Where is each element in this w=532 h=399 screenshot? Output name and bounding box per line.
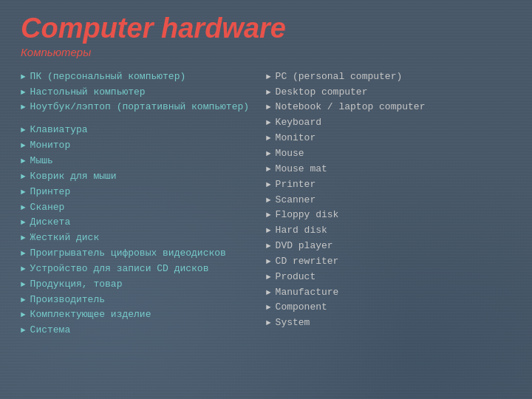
- list-item: ►Принтер: [21, 185, 259, 200]
- list-item: ►PC (personal computer): [266, 70, 504, 84]
- bullet-icon: ►: [266, 102, 271, 114]
- bullet-icon: ►: [266, 272, 271, 284]
- item-text: Desktop computer: [276, 86, 368, 100]
- bullet-icon: ►: [21, 156, 26, 168]
- item-text: Notebook / laptop computer: [276, 100, 426, 115]
- page-title: Computer hardware: [21, 13, 511, 44]
- bullet-icon: ►: [266, 195, 271, 207]
- list-item: ►Жесткий диск: [21, 231, 259, 245]
- list-item: ►Система: [21, 324, 259, 338]
- page-container: Computer hardware Компьютеры ►ПК (персон…: [0, 0, 532, 399]
- bullet-icon: ►: [21, 102, 26, 114]
- item-text: Клавиатура: [30, 123, 88, 137]
- bullet-icon: ►: [21, 125, 26, 137]
- bullet-icon: ►: [266, 180, 271, 191]
- item-text: Настольный компьютер: [30, 86, 146, 100]
- item-text: Проигрыватель цифровых видеодисков: [30, 247, 226, 261]
- bullet-icon: ►: [266, 241, 271, 253]
- bullet-icon: ►: [266, 225, 271, 237]
- bullet-icon: ►: [21, 87, 26, 99]
- list-item: ►Printer: [266, 178, 504, 192]
- item-text: Product: [276, 270, 316, 284]
- list-item: ►Коврик для мыши: [21, 170, 259, 184]
- item-text: Монитор: [30, 139, 71, 153]
- list-item: ►Component: [266, 301, 504, 315]
- bullet-icon: ►: [21, 140, 26, 152]
- bullet-icon: ►: [266, 256, 271, 268]
- list-item: ►Настольный компьютер: [21, 86, 259, 100]
- bullet-icon: ►: [21, 72, 26, 83]
- bullet-icon: ►: [21, 310, 26, 321]
- list-item: ►Мышь: [21, 154, 259, 168]
- item-text: Component: [276, 301, 327, 315]
- item-text: Scanner: [276, 194, 316, 208]
- list-item: ►Продукция, товар: [21, 278, 259, 292]
- list-item: ►Устройство для записи CD дисков: [21, 262, 259, 276]
- list-item: ►Floppy disk: [266, 208, 504, 222]
- left-column: ►ПК (персональный компьютер)►Настольный …: [21, 70, 266, 339]
- list-item: ►Комплектующее изделие: [21, 308, 259, 322]
- item-text: Floppy disk: [276, 208, 339, 222]
- bullet-icon: ►: [266, 210, 271, 222]
- item-text: CD rewriter: [276, 255, 339, 269]
- item-text: Ноутбук/лэптоп (портативный компьютер): [30, 100, 249, 115]
- list-item: ►Scanner: [266, 194, 504, 208]
- bullet-icon: ►: [266, 318, 271, 330]
- item-text: Комплектующее изделие: [30, 308, 151, 322]
- item-text: Manufacture: [276, 286, 339, 300]
- list-item: ►System: [266, 316, 504, 330]
- list-item: ►Дискета: [21, 216, 259, 230]
- bullet-icon: ►: [21, 264, 26, 276]
- list-item: ►Desktop computer: [266, 86, 504, 100]
- bullet-icon: ►: [266, 72, 271, 83]
- bullet-icon: ►: [266, 87, 271, 99]
- item-text: PC (personal computer): [276, 70, 403, 84]
- list-item: ►Mouse mat: [266, 163, 504, 177]
- bullet-icon: ►: [21, 217, 26, 229]
- bullet-icon: ►: [21, 248, 26, 260]
- item-text: Keyboard: [276, 116, 321, 130]
- list-item: ►Notebook / laptop computer: [266, 100, 504, 115]
- bullet-icon: ►: [21, 187, 26, 199]
- bullet-icon: ►: [21, 279, 26, 291]
- list-item: ►Клавиатура: [21, 123, 259, 137]
- item-text: DVD player: [276, 239, 333, 253]
- bullet-icon: ►: [266, 133, 271, 145]
- list-item: ►Сканер: [21, 201, 259, 215]
- item-text: Производитель: [30, 293, 105, 307]
- list-item: ►Проигрыватель цифровых видеодисков: [21, 247, 259, 261]
- bullet-icon: ►: [21, 233, 26, 245]
- list-item: ►Keyboard: [266, 116, 504, 130]
- list-item: ►Monitor: [266, 132, 504, 146]
- list-item: ►Монитор: [21, 139, 259, 153]
- list-item: ►Mouse: [266, 147, 504, 161]
- bullet-icon: ►: [21, 295, 26, 307]
- columns-wrapper: ►ПК (персональный компьютер)►Настольный …: [21, 70, 511, 339]
- bullet-icon: ►: [21, 171, 26, 183]
- list-item: ►Manufacture: [266, 286, 504, 300]
- item-text: Жесткий диск: [30, 231, 100, 245]
- item-text: Дискета: [30, 216, 71, 230]
- list-item: ►Hard disk: [266, 224, 504, 238]
- item-text: Устройство для записи CD дисков: [30, 262, 209, 276]
- bullet-icon: ►: [266, 164, 271, 176]
- bullet-icon: ►: [266, 302, 271, 314]
- list-item: ►Ноутбук/лэптоп (портативный компьютер): [21, 100, 259, 115]
- item-text: Hard disk: [276, 224, 327, 238]
- item-text: Система: [30, 324, 71, 338]
- bullet-icon: ►: [266, 149, 271, 160]
- bullet-icon: ►: [21, 202, 26, 214]
- item-text: ПК (персональный компьютер): [30, 70, 186, 84]
- list-item: ►ПК (персональный компьютер): [21, 70, 259, 84]
- item-text: Продукция, товар: [30, 278, 123, 292]
- right-column: ►PC (personal computer)►Desktop computer…: [266, 70, 511, 339]
- item-text: Коврик для мыши: [30, 170, 117, 184]
- item-text: Mouse: [276, 147, 304, 161]
- item-text: Mouse mat: [276, 163, 327, 177]
- item-text: Принтер: [30, 185, 71, 200]
- item-text: Printer: [276, 178, 316, 192]
- page-subtitle: Компьютеры: [21, 46, 511, 58]
- item-text: Сканер: [30, 201, 65, 215]
- bullet-icon: ►: [21, 325, 26, 337]
- bullet-icon: ►: [266, 117, 271, 129]
